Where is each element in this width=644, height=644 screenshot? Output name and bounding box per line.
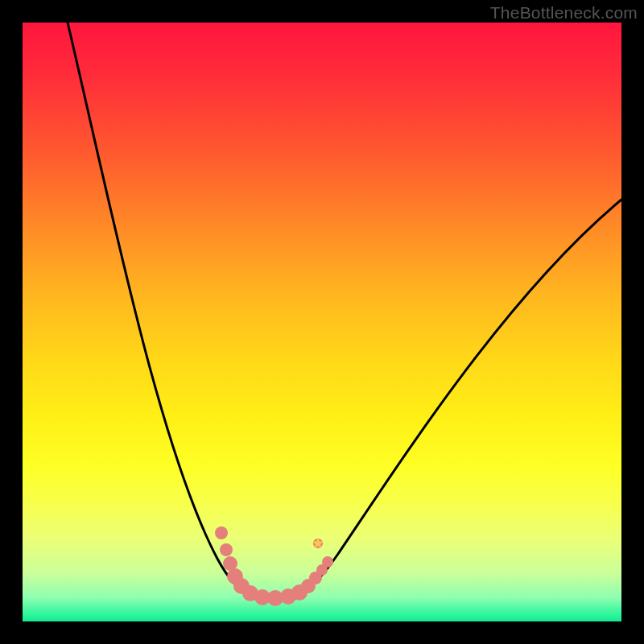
chart-frame: TheBottleneck.com bbox=[0, 0, 644, 644]
data-marker bbox=[322, 556, 333, 568]
data-marker bbox=[215, 526, 228, 539]
curve-layer bbox=[23, 23, 621, 621]
watermark-text: TheBottleneck.com bbox=[490, 3, 638, 23]
curve-left-curve bbox=[68, 23, 248, 594]
plot-area bbox=[23, 23, 621, 621]
data-marker bbox=[220, 543, 233, 556]
curve-right-curve bbox=[303, 200, 621, 592]
